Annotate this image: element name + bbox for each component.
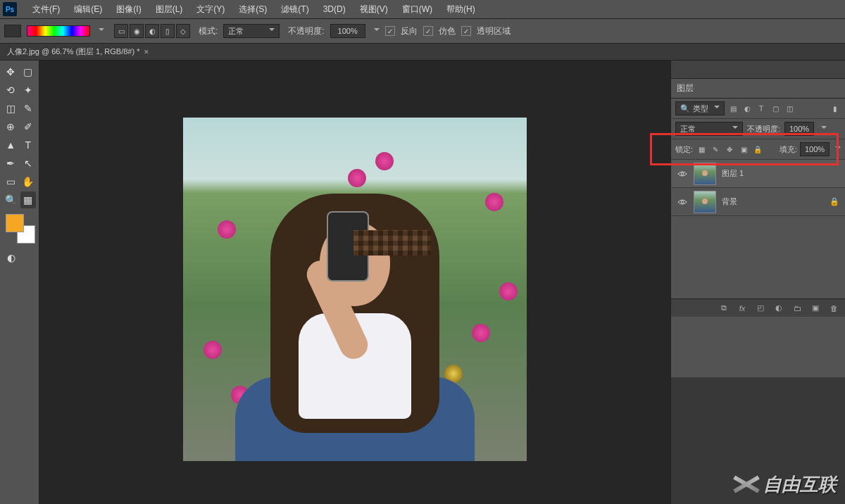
gradient-picker-arrow-icon[interactable] — [96, 26, 104, 36]
menu-text[interactable]: 文字(Y) — [189, 4, 232, 15]
layer-thumbnail[interactable] — [694, 163, 716, 185]
gradient-angle-icon[interactable]: ◐ — [145, 24, 159, 38]
collapsed-panel[interactable] — [671, 61, 845, 79]
gradient-tool-icon[interactable] — [4, 25, 21, 37]
layer-opacity-input[interactable]: 100% — [784, 122, 814, 136]
gradient-tool-icon[interactable]: ▦ — [20, 191, 37, 208]
menu-view[interactable]: 视图(V) — [353, 4, 395, 15]
canvas-subject — [228, 179, 482, 461]
group-icon[interactable]: 🗀 — [791, 303, 803, 314]
magic-wand-tool-icon[interactable]: ✦ — [20, 82, 37, 99]
opacity-input[interactable]: 100% — [330, 24, 365, 38]
mode-label: 模式: — [199, 25, 218, 37]
menu-file[interactable]: 文件(F) — [25, 4, 67, 15]
fill-arrow-icon[interactable] — [832, 145, 841, 153]
document-tabbar: 人像2.jpg @ 66.7% (图层 1, RGB/8#) * ✕ — [0, 44, 845, 61]
reverse-checkbox[interactable] — [385, 26, 395, 36]
lock-transparent-icon[interactable]: ▦ — [696, 144, 707, 155]
new-layer-icon[interactable]: ▣ — [810, 303, 821, 314]
visibility-toggle-icon[interactable] — [677, 168, 688, 179]
layers-filter-row: 🔍 类型 ▤ ◐ T ▢ ◫ ▮ — [671, 99, 845, 119]
link-layers-icon[interactable]: ⧉ — [718, 303, 730, 314]
filter-toggle-icon[interactable]: ▮ — [830, 103, 841, 114]
path-select-tool-icon[interactable]: ↖ — [20, 155, 37, 172]
gradient-radial-icon[interactable]: ◉ — [130, 24, 144, 38]
menu-help[interactable]: 帮助(H) — [439, 4, 482, 15]
layers-panel-footer: ⧉ fx ◰ ◐ 🗀 ▣ 🗑 — [671, 298, 845, 317]
close-icon[interactable]: ✕ — [144, 49, 151, 56]
layer-opacity-arrow-icon[interactable] — [818, 125, 827, 133]
shape-tool-icon[interactable]: ▭ — [3, 173, 19, 190]
lasso-tool-icon[interactable]: ⟲ — [3, 82, 19, 99]
fill-label: 填充: — [780, 144, 797, 155]
lock-artboard-icon[interactable]: ▣ — [738, 144, 749, 155]
hand-tool-icon[interactable]: ✋ — [20, 173, 37, 190]
filter-text-icon[interactable]: T — [756, 103, 767, 114]
color-swatches — [6, 214, 35, 244]
lock-image-icon[interactable]: ✎ — [710, 144, 721, 155]
svg-point-1 — [681, 201, 684, 203]
stamp-tool-icon[interactable]: ▲ — [3, 137, 19, 153]
workspace: ✥▢ ⟲✦ ◫✎ ⊕✐ ▲T ✒↖ ▭✋ 🔍▦ ◐ — [0, 61, 845, 504]
menu-window[interactable]: 窗口(W) — [395, 4, 439, 15]
layer-name[interactable]: 图层 1 — [722, 168, 839, 179]
layer-item[interactable]: 背景 🔒 — [671, 188, 845, 216]
opacity-label: 不透明度: — [288, 25, 324, 37]
filter-smart-icon[interactable]: ◫ — [784, 103, 795, 114]
menu-3d[interactable]: 3D(D) — [316, 4, 353, 14]
healing-tool-icon[interactable]: ⊕ — [3, 118, 19, 135]
layer-thumbnail[interactable] — [694, 191, 716, 213]
eyedropper-tool-icon[interactable]: ✎ — [20, 100, 37, 117]
brush-tool-icon[interactable]: ✐ — [20, 118, 37, 135]
dither-checkbox[interactable] — [423, 26, 433, 36]
menu-select[interactable]: 选择(S) — [232, 4, 274, 15]
menu-edit[interactable]: 编辑(E) — [67, 4, 109, 15]
gradient-diamond-icon[interactable]: ◇ — [176, 24, 190, 38]
move-tool-icon[interactable]: ✥ — [3, 63, 19, 80]
zoom-tool-icon[interactable]: 🔍 — [3, 191, 19, 208]
delete-layer-icon[interactable]: 🗑 — [828, 303, 839, 314]
filter-shape-icon[interactable]: ▢ — [770, 103, 781, 114]
layers-panel: 🔍 类型 ▤ ◐ T ▢ ◫ ▮ 正常 不透明度: 100% 锁定: — [671, 99, 845, 216]
search-icon: 🔍 — [680, 104, 690, 113]
crop-tool-icon[interactable]: ◫ — [3, 100, 19, 117]
watermark: 自由互联 — [732, 470, 837, 498]
blend-mode-select[interactable]: 正常 — [675, 122, 743, 136]
canvas-area[interactable] — [39, 61, 670, 504]
marquee-tool-icon[interactable]: ▢ — [20, 63, 37, 80]
dither-label: 仿色 — [439, 25, 456, 37]
layer-mask-icon[interactable]: ◰ — [755, 303, 766, 314]
layer-filter-select[interactable]: 🔍 类型 — [675, 101, 725, 115]
opacity-arrow-icon[interactable] — [371, 26, 380, 36]
menu-image[interactable]: 图像(I) — [109, 4, 148, 15]
lock-all-icon[interactable]: 🔒 — [752, 144, 763, 155]
layer-item[interactable]: 图层 1 — [671, 160, 845, 188]
menu-filter[interactable]: 滤镜(T) — [274, 4, 315, 15]
gradient-linear-icon[interactable]: ▭ — [114, 24, 128, 38]
app-logo-icon: Ps — [3, 2, 17, 16]
document-tab[interactable]: 人像2.jpg @ 66.7% (图层 1, RGB/8#) * ✕ — [0, 44, 158, 60]
fill-input[interactable]: 100% — [800, 142, 830, 156]
gradient-reflected-icon[interactable]: ▯ — [161, 24, 175, 38]
transparency-checkbox[interactable] — [461, 26, 471, 36]
foreground-color-swatch[interactable] — [6, 214, 24, 232]
layers-blend-row: 正常 不透明度: 100% — [671, 119, 845, 139]
adjustment-layer-icon[interactable]: ◐ — [773, 303, 784, 314]
menubar: Ps 文件(F) 编辑(E) 图像(I) 图层(L) 文字(Y) 选择(S) 滤… — [0, 0, 845, 18]
lock-label: 锁定: — [675, 144, 693, 155]
filter-image-icon[interactable]: ▤ — [727, 103, 739, 114]
lock-icon: 🔒 — [830, 197, 839, 206]
quickmask-icon[interactable]: ◐ — [3, 249, 20, 266]
layers-panel-tab[interactable]: 图层 — [671, 79, 845, 99]
menu-layer[interactable]: 图层(L) — [149, 4, 190, 15]
gradient-preview[interactable] — [27, 25, 90, 37]
type-tool-icon[interactable]: T — [20, 137, 37, 153]
layer-style-icon[interactable]: fx — [737, 303, 748, 314]
pen-tool-icon[interactable]: ✒ — [3, 155, 19, 172]
layer-name[interactable]: 背景 — [722, 196, 824, 207]
reverse-label: 反向 — [401, 25, 418, 37]
mode-select[interactable]: 正常 — [223, 24, 280, 38]
lock-position-icon[interactable]: ✥ — [724, 144, 735, 155]
visibility-toggle-icon[interactable] — [677, 196, 688, 208]
filter-adjustment-icon[interactable]: ◐ — [741, 103, 753, 114]
